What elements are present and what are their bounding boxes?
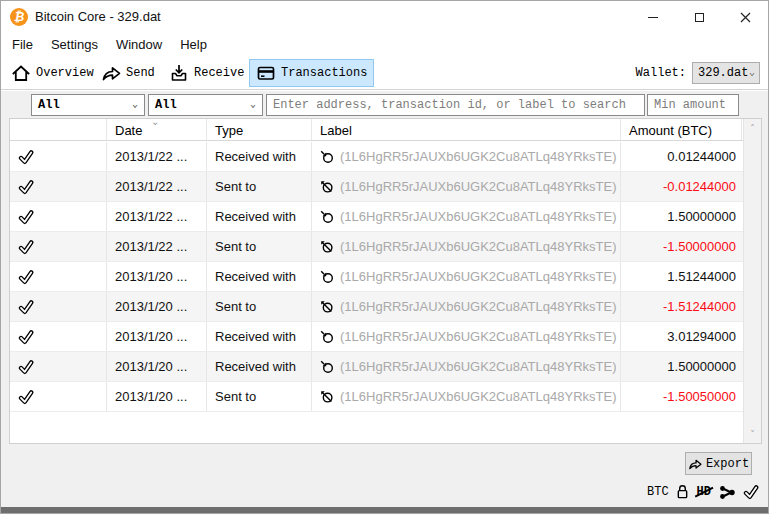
maximize-icon: [695, 13, 704, 22]
scroll-down-icon[interactable]: ˅: [744, 429, 761, 439]
address-label: (1L6HgRR5rJAUXb6UGK2Cu8ATLq48YRksTE): [340, 149, 616, 164]
cell-label: (1L6HgRR5rJAUXb6UGK2Cu8ATLq48YRksTE): [312, 232, 621, 261]
table-row[interactable]: 2013/1/22 ... Sent to (1L6HgRR5rJAUXb6UG…: [10, 232, 743, 262]
bitcoin-core-window: ₿ Bitcoin Core - 329.dat File Settings W…: [0, 0, 769, 514]
status-cell: [10, 262, 107, 291]
vertical-scrollbar[interactable]: ˄ ˅: [743, 119, 761, 443]
chevron-down-icon: ⌄: [132, 100, 138, 110]
table-row[interactable]: 2013/1/20 ... Received with (1L6HgRR5rJA…: [10, 352, 743, 382]
menu-file[interactable]: File: [3, 34, 42, 55]
address-label: (1L6HgRR5rJAUXb6UGK2Cu8ATLq48YRksTE): [340, 269, 616, 284]
address-label: (1L6HgRR5rJAUXb6UGK2Cu8ATLq48YRksTE): [340, 299, 616, 314]
address-label: (1L6HgRR5rJAUXb6UGK2Cu8ATLq48YRksTE): [340, 179, 616, 194]
address-label: (1L6HgRR5rJAUXb6UGK2Cu8ATLq48YRksTE): [340, 239, 616, 254]
confirmed-check-icon: [18, 149, 34, 165]
min-amount-input[interactable]: [647, 94, 739, 116]
titlebar[interactable]: ₿ Bitcoin Core - 329.dat: [1, 1, 768, 33]
address-label: (1L6HgRR5rJAUXb6UGK2Cu8ATLq48YRksTE): [340, 209, 616, 224]
chevron-down-icon: ⌄: [250, 100, 256, 110]
wallet-select[interactable]: 329.dat ⌄: [692, 62, 760, 84]
cell-type: Received with: [207, 142, 312, 171]
cell-type: Sent to: [207, 232, 312, 261]
cell-amount: 1.51244000: [621, 262, 742, 291]
table-row[interactable]: 2013/1/20 ... Received with (1L6HgRR5rJA…: [10, 322, 743, 352]
close-button[interactable]: [722, 1, 768, 33]
tab-send[interactable]: Send: [94, 59, 162, 87]
cell-amount: 3.01294000: [621, 322, 742, 351]
tab-receive[interactable]: Receive: [162, 59, 251, 87]
unit-display[interactable]: BTC: [647, 485, 669, 499]
header-status[interactable]: [10, 119, 107, 140]
cell-label: (1L6HgRR5rJAUXb6UGK2Cu8ATLq48YRksTE): [312, 172, 621, 201]
header-label[interactable]: Label: [312, 119, 621, 140]
status-cell: [10, 232, 107, 261]
sent-icon: [320, 390, 334, 404]
bitcoin-logo-icon: ₿: [10, 8, 28, 26]
menu-help[interactable]: Help: [171, 34, 216, 55]
transactions-table: Date Type Label Amount (BTC) ⌄ 2013/1/22…: [9, 118, 762, 444]
export-button[interactable]: Export: [685, 452, 752, 475]
cell-date: 2013/1/20 ...: [107, 352, 207, 381]
type-filter-dropdown[interactable]: All ⌄: [148, 94, 263, 116]
send-arrow-icon: [101, 63, 121, 83]
home-icon: [11, 63, 31, 83]
confirmed-check-icon: [18, 359, 34, 375]
table-row[interactable]: 2013/1/20 ... Sent to (1L6HgRR5rJAUXb6UG…: [10, 292, 743, 322]
tab-transactions[interactable]: Transactions: [249, 59, 374, 87]
table-row[interactable]: 2013/1/20 ... Received with (1L6HgRR5rJA…: [10, 262, 743, 292]
sent-icon: [320, 300, 334, 314]
status-cell: [10, 172, 107, 201]
table-row[interactable]: 2013/1/20 ... Sent to (1L6HgRR5rJAUXb6UG…: [10, 382, 743, 412]
table-row[interactable]: 2013/1/22 ... Received with (1L6HgRR5rJA…: [10, 202, 743, 232]
type-filter-value: All: [155, 98, 177, 112]
tab-send-label: Send: [126, 66, 155, 80]
minimize-button[interactable]: [630, 1, 676, 33]
close-icon: [740, 12, 751, 23]
tab-overview[interactable]: Overview: [4, 59, 101, 87]
statusbar: BTC HD: [647, 482, 759, 502]
wallet-select-value: 329.dat: [698, 66, 748, 80]
header-amount[interactable]: Amount (BTC): [621, 119, 742, 140]
cell-label: (1L6HgRR5rJAUXb6UGK2Cu8ATLq48YRksTE): [312, 142, 621, 171]
lock-icon: [676, 484, 689, 500]
cell-date: 2013/1/20 ...: [107, 322, 207, 351]
tab-overview-label: Overview: [36, 66, 94, 80]
date-filter-dropdown[interactable]: All ⌄: [31, 94, 145, 116]
header-type[interactable]: Type: [207, 119, 312, 140]
scroll-up-icon[interactable]: ˄: [744, 123, 761, 133]
confirmed-check-icon: [18, 299, 34, 315]
menu-window[interactable]: Window: [107, 34, 171, 55]
address-label: (1L6HgRR5rJAUXb6UGK2Cu8ATLq48YRksTE): [340, 389, 616, 404]
menu-settings[interactable]: Settings: [42, 34, 107, 55]
cell-amount: 1.50000000: [621, 352, 742, 381]
export-arrow-icon: [688, 457, 702, 471]
minimize-icon: [648, 17, 658, 18]
table-row[interactable]: 2013/1/22 ... Received with (1L6HgRR5rJA…: [10, 142, 743, 172]
received-icon: [320, 270, 334, 284]
window-controls: [630, 1, 768, 33]
address-label: (1L6HgRR5rJAUXb6UGK2Cu8ATLq48YRksTE): [340, 359, 616, 374]
cell-date: 2013/1/22 ...: [107, 232, 207, 261]
maximize-button[interactable]: [676, 1, 722, 33]
cell-date: 2013/1/22 ...: [107, 202, 207, 231]
confirmed-check-icon: [18, 329, 34, 345]
menubar: File Settings Window Help: [1, 33, 768, 56]
table-row[interactable]: 2013/1/22 ... Sent to (1L6HgRR5rJAUXb6UG…: [10, 172, 743, 202]
cell-label: (1L6HgRR5rJAUXb6UGK2Cu8ATLq48YRksTE): [312, 202, 621, 231]
hd-disabled-icon: HD: [696, 485, 712, 499]
cell-amount: 0.01244000: [621, 142, 742, 171]
sync-check-icon[interactable]: [743, 484, 759, 500]
tab-transactions-label: Transactions: [281, 66, 367, 80]
cell-label: (1L6HgRR5rJAUXb6UGK2Cu8ATLq48YRksTE): [312, 382, 621, 411]
window-bottom-edge: [1, 507, 768, 513]
address-label: (1L6HgRR5rJAUXb6UGK2Cu8ATLq48YRksTE): [340, 329, 616, 344]
peers-icon[interactable]: [719, 485, 736, 500]
cell-date: 2013/1/22 ...: [107, 172, 207, 201]
status-cell: [10, 142, 107, 171]
toolbar: Overview Send Receive Transactions Walle: [1, 56, 768, 90]
table-header: Date Type Label Amount (BTC) ⌄: [10, 119, 761, 141]
cell-label: (1L6HgRR5rJAUXb6UGK2Cu8ATLq48YRksTE): [312, 322, 621, 351]
search-input[interactable]: [266, 94, 645, 116]
status-cell: [10, 322, 107, 351]
cell-date: 2013/1/20 ...: [107, 292, 207, 321]
